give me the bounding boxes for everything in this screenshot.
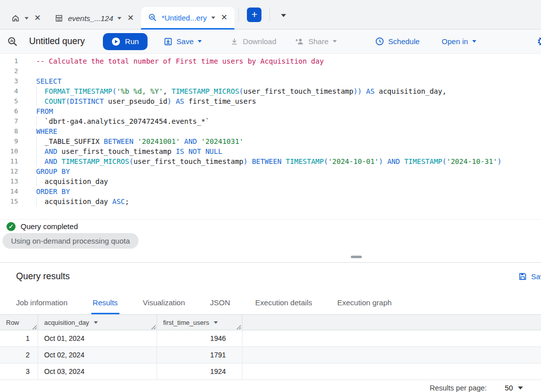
table-cell: 1924 [157, 363, 242, 379]
chevron-down-icon[interactable] [117, 17, 121, 20]
quota-chip: Using on-demand processing quota [3, 233, 139, 249]
table-cell: 2 [0, 347, 38, 363]
pane-splitter[interactable] [0, 251, 541, 262]
share-button[interactable]: Share [295, 37, 337, 46]
column-menu-icon[interactable] [94, 321, 98, 324]
settings-gear-icon[interactable]: ⚙ [536, 35, 541, 49]
chevron-down-icon[interactable] [25, 17, 29, 20]
query-results-header: Query results Sav [0, 262, 541, 290]
tab-visualization[interactable]: Visualization [143, 290, 185, 314]
chevron-down-icon [472, 40, 476, 43]
save-results-label: Sav [531, 272, 541, 281]
tab-home[interactable]: ✕ [4, 7, 48, 29]
tab-execution-graph[interactable]: Execution graph [337, 290, 391, 314]
splitter-drag-handle[interactable] [351, 256, 362, 258]
line-number: 15 [0, 197, 24, 207]
code-line[interactable]: 1-- Calculate the total number of First … [0, 56, 541, 66]
close-icon[interactable]: ✕ [221, 14, 227, 22]
code-text: acquisition_day ASC; [24, 197, 129, 207]
chevron-down-icon[interactable] [211, 17, 215, 19]
tab-overflow-menu[interactable] [281, 10, 286, 19]
chevron-down-icon [518, 386, 523, 389]
code-line[interactable]: 14ORDER BY [0, 186, 541, 197]
check-circle-icon: ✓ [7, 222, 16, 231]
run-label: Run [125, 37, 139, 46]
share-label: Share [309, 37, 329, 46]
save-results-button[interactable]: Sav [518, 263, 541, 290]
code-line[interactable]: 8WHERE [0, 126, 541, 136]
play-icon [111, 37, 120, 46]
column-resize-handle[interactable] [151, 325, 156, 330]
query-title[interactable]: Untitled query [29, 36, 85, 47]
code-text: SELECT [24, 76, 62, 86]
schedule-button[interactable]: Schedule [375, 37, 420, 46]
line-number: 5 [0, 96, 24, 106]
code-line[interactable]: 12GROUP BY [0, 166, 541, 176]
close-icon[interactable]: ✕ [34, 14, 41, 22]
tab-label: events_...124 [68, 14, 113, 23]
sql-editor[interactable]: 1-- Calculate the total number of First … [0, 54, 541, 219]
code-line[interactable]: 3SELECT [0, 76, 541, 86]
column-menu-icon[interactable] [214, 321, 218, 324]
line-number: 3 [0, 76, 24, 86]
close-icon[interactable]: ✕ [127, 14, 133, 22]
query-icon [148, 13, 157, 22]
results-table-body: 1Oct 01, 202419462Oct 02, 202417913Oct 0… [0, 330, 541, 380]
results-per-page-label: Results per page: [430, 384, 487, 392]
line-number: 10 [0, 146, 24, 156]
table-row: 3Oct 03, 20241924 [0, 363, 541, 380]
code-line[interactable]: 5COUNT(DISTINCT user_pseudo_id) AS first… [0, 96, 541, 106]
code-line[interactable]: 4FORMAT_TIMESTAMP('%b %d, %Y', TIMESTAMP… [0, 86, 541, 96]
tab-untitled-query[interactable]: *Untitled...ery ✕ [141, 7, 234, 30]
column-label: acquisition_day [44, 319, 89, 326]
code-text: acquisition_day [24, 176, 108, 186]
query-toolbar: Untitled query Run Save Download Share S… [0, 30, 541, 54]
download-label: Download [243, 37, 277, 46]
column-resize-handle[interactable] [236, 325, 241, 330]
chevron-down-icon [333, 40, 337, 43]
divider [269, 8, 270, 22]
line-number: 1 [0, 56, 24, 66]
column-resize-handle[interactable] [32, 325, 37, 330]
page-size-select[interactable]: 50 [505, 384, 523, 392]
code-line[interactable]: 15acquisition_day ASC; [0, 197, 541, 207]
code-text: FORMAT_TIMESTAMP('%b %d, %Y', TIMESTAMP_… [24, 86, 447, 96]
query-icon [7, 36, 18, 47]
tab-events-table[interactable]: events_...124 ✕ [48, 7, 141, 29]
open-in-button[interactable]: Open in [442, 37, 476, 46]
save-button[interactable]: Save [164, 37, 202, 46]
tab-results[interactable]: Results [93, 290, 118, 314]
download-icon [230, 37, 239, 46]
code-line[interactable]: 10AND user_first_touch_timestamp IS NOT … [0, 146, 541, 156]
tab-json[interactable]: JSON [210, 290, 230, 314]
code-text: `dbrt-ga4.analytics_207472454.events_*` [24, 116, 210, 126]
add-tab-button[interactable]: + [247, 8, 261, 22]
code-line[interactable]: 13acquisition_day [0, 176, 541, 186]
chevron-down-icon [281, 14, 286, 17]
code-line[interactable]: 7`dbrt-ga4.analytics_207472454.events_*` [0, 116, 541, 126]
code-line[interactable]: 11AND TIMESTAMP_MICROS(user_first_touch_… [0, 156, 541, 166]
line-number: 11 [0, 156, 24, 166]
code-line[interactable]: 6FROM [0, 106, 541, 116]
column-header-first-time-users: first_time_users [157, 315, 242, 330]
save-results-icon [518, 272, 527, 281]
line-number: 7 [0, 116, 24, 126]
tab-execution-details[interactable]: Execution details [255, 290, 312, 314]
divider [238, 8, 239, 22]
line-number: 13 [0, 176, 24, 186]
column-label: first_time_users [163, 319, 209, 326]
download-button[interactable]: Download [230, 37, 277, 46]
table-cell: 1946 [157, 330, 242, 346]
query-status-row: ✓ Query completed [0, 219, 541, 233]
code-text: ORDER BY [24, 186, 70, 197]
tab-job-information[interactable]: Job information [16, 290, 68, 314]
code-text: AND TIMESTAMP_MICROS(user_first_touch_ti… [24, 156, 501, 166]
run-button[interactable]: Run [103, 33, 148, 50]
code-line[interactable]: 2 [0, 66, 541, 76]
editor-tab-strip: ✕ events_...124 ✕ *Untitled...ery ✕ + [0, 0, 541, 30]
table-cell: 1 [0, 330, 38, 346]
line-number: 8 [0, 126, 24, 136]
table-cell: Oct 03, 2024 [38, 363, 157, 379]
code-line[interactable]: 9_TABLE_SUFFIX BETWEEN '20241001' AND '2… [0, 136, 541, 146]
query-status-text: Query completed [21, 222, 78, 231]
